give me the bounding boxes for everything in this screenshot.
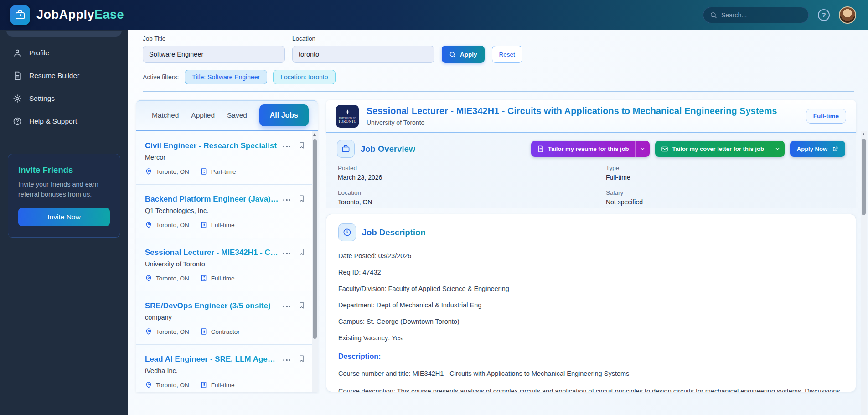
tailor-resume-button[interactable]: Tailor my resume for this job (531, 141, 649, 157)
global-search[interactable] (703, 7, 809, 23)
job-title-input[interactable] (143, 46, 285, 63)
app-logo-icon (10, 5, 30, 25)
bookmark-icon[interactable] (298, 301, 305, 309)
top-navbar: JobApplyEase (0, 0, 868, 30)
tailor-cover-letter-button[interactable]: Tailor my cover letter for this job (655, 141, 785, 157)
job-list-item[interactable]: Lead AI Engineer - SRE, LLM Age… iVedha … (136, 345, 312, 392)
location-input[interactable] (292, 46, 434, 63)
job-item-location: Toronto, ON (156, 328, 189, 335)
job-item-menu-button[interactable] (283, 197, 291, 201)
job-list-item[interactable]: Sessional Lecturer - MIE342H1 - C… Unive… (136, 238, 312, 291)
scrollbar-up-arrow[interactable] (313, 133, 316, 136)
job-item-company: Mercor (145, 154, 305, 161)
job-item-title[interactable]: Civil Engineer - Research Specialist (145, 141, 279, 150)
overview-field-posted: Posted March 23, 2026 (338, 165, 606, 181)
job-item-company: University of Toronto (145, 260, 305, 268)
job-item-menu-button[interactable] (283, 250, 291, 254)
job-item-title[interactable]: Lead AI Engineer - SRE, LLM Age… (145, 355, 279, 364)
job-item-menu-button[interactable] (283, 143, 291, 148)
user-avatar[interactable] (839, 6, 856, 24)
job-item-menu-button[interactable] (283, 303, 291, 308)
course-description: Course description: This course presents… (338, 386, 844, 392)
job-item-location: Toronto, ON (156, 275, 189, 282)
location-pin-icon (145, 381, 152, 389)
crest-icon (345, 109, 351, 116)
external-link-icon (832, 146, 838, 152)
tab-applied[interactable]: Applied (191, 111, 215, 119)
sidebar: Profile Resume Builder Settings Help & S… (0, 30, 128, 415)
job-item-title[interactable]: Sessional Lecturer - MIE342H1 - C… (145, 248, 279, 257)
search-icon (710, 11, 717, 19)
job-item-type: Part-time (211, 168, 236, 175)
reset-filters-button[interactable]: Reset (492, 46, 522, 63)
tab-matched[interactable]: Matched (152, 111, 179, 119)
clock-icon (338, 223, 356, 241)
filter-divider (143, 91, 854, 92)
brand: JobApplyEase (10, 5, 124, 25)
sidebar-item-label: Profile (29, 49, 49, 57)
tab-all-jobs[interactable]: All Jobs (259, 104, 309, 126)
sidebar-item-settings[interactable]: Settings (0, 87, 128, 110)
profile-icon (13, 48, 22, 57)
job-list-item[interactable]: SRE/DevOps Engineer (3/5 onsite) company… (136, 291, 312, 345)
sidebar-item-label: Help & Support (29, 117, 77, 125)
building-icon (200, 381, 207, 389)
filter-chip-location[interactable]: Location: toronto (273, 70, 335, 84)
job-item-type: Contractor (211, 328, 240, 335)
job-list-panel: Matched Applied Saved All Jobs Civil Eng… (136, 100, 318, 392)
job-item-menu-button[interactable] (283, 357, 291, 361)
scrollbar-thumb[interactable] (862, 139, 866, 215)
job-list-item[interactable]: Civil Engineer - Research Specialist Mer… (136, 131, 312, 185)
chevron-down-icon[interactable] (770, 141, 785, 157)
company-logo: UNIVERSITY OF TORONTO (336, 105, 359, 128)
invite-friends-card: Invite Friends Invite your friends and e… (8, 154, 120, 238)
sidebar-active-item[interactable] (6, 31, 122, 37)
description-line: Department: Dept of Mechanical & Industr… (338, 301, 844, 309)
job-description-section: Job Description Date Posted: 03/23/2026 … (326, 214, 856, 392)
location-label: Location (292, 35, 434, 42)
job-list-scrollbar[interactable] (312, 131, 318, 392)
bookmark-icon[interactable] (298, 195, 305, 202)
job-title-label: Job Title (143, 35, 285, 42)
job-list-item[interactable]: Backend Platform Engineer (Java)… Q1 Tec… (136, 185, 312, 238)
sidebar-item-resume-builder[interactable]: Resume Builder (0, 64, 128, 87)
bookmark-icon[interactable] (298, 355, 305, 363)
sidebar-item-profile[interactable]: Profile (0, 42, 128, 64)
invite-now-button[interactable]: Invite Now (18, 208, 110, 226)
chevron-down-icon[interactable] (635, 141, 650, 157)
help-icon[interactable] (818, 9, 830, 21)
job-item-type: Full-time (211, 382, 235, 389)
overview-field-type: Type Full-time (606, 165, 845, 181)
search-icon (449, 51, 456, 58)
bookmark-icon[interactable] (298, 141, 305, 149)
detail-pane-scrollbar[interactable] (861, 131, 867, 415)
search-input[interactable] (721, 11, 804, 19)
description-heading: Job Description (362, 228, 426, 238)
scrollbar-thumb[interactable] (313, 139, 317, 339)
building-icon (200, 328, 207, 335)
location-pin-icon (145, 221, 152, 228)
sidebar-item-help-support[interactable]: Help & Support (0, 110, 128, 133)
description-label: Description: (338, 353, 844, 361)
envelope-icon (661, 145, 668, 153)
apply-now-button[interactable]: Apply Now (790, 141, 845, 157)
job-item-company: Q1 Technologies, Inc. (145, 207, 305, 214)
description-line: Faculty/Division: Faculty of Applied Sci… (338, 285, 844, 292)
job-item-title[interactable]: Backend Platform Engineer (Java)… (145, 195, 279, 204)
main-area: Job Title Location Apply Reset Active fi… (128, 30, 868, 415)
scrollbar-up-arrow[interactable] (862, 133, 865, 135)
bookmark-icon[interactable] (298, 248, 305, 256)
description-line: Date Posted: 03/23/2026 (338, 252, 844, 259)
location-pin-icon (145, 275, 152, 282)
tab-saved[interactable]: Saved (227, 111, 247, 119)
job-item-location: Toronto, ON (156, 222, 189, 228)
job-detail-title: Sessional Lecturer - MIE342H1 - Circuits… (367, 106, 798, 116)
sidebar-item-label: Resume Builder (29, 72, 79, 80)
job-item-title[interactable]: SRE/DevOps Engineer (3/5 onsite) (145, 301, 279, 311)
job-list: Civil Engineer - Research Specialist Mer… (136, 131, 318, 392)
course-title-line: Course number and title: MIE342H1 - Circ… (338, 370, 844, 377)
filter-chip-title[interactable]: Title: Software Engineer (185, 70, 267, 84)
apply-filters-button[interactable]: Apply (442, 46, 485, 63)
overview-field-location: Location Toronto, ON (338, 189, 606, 206)
job-item-type: Full-time (211, 275, 235, 282)
